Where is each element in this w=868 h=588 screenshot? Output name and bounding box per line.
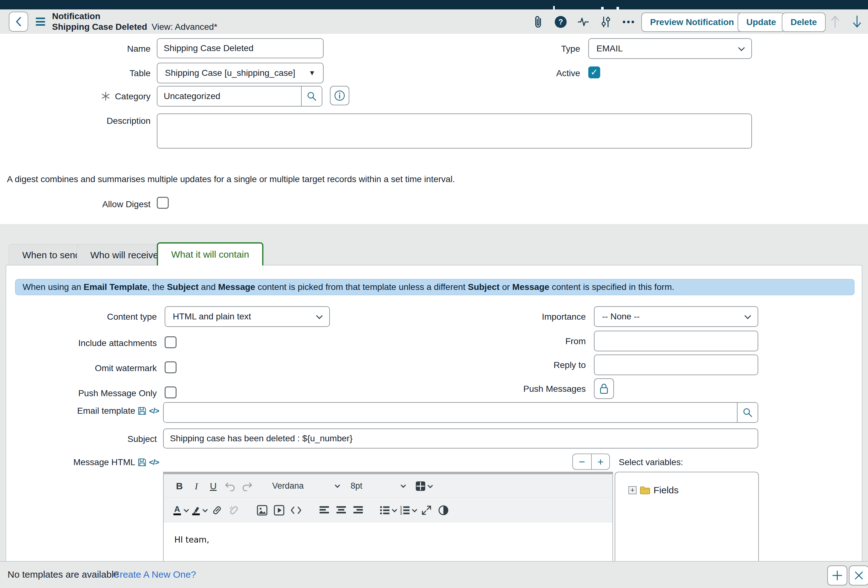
category-lookup-field bbox=[157, 86, 322, 106]
record-type-title: Notification bbox=[52, 11, 217, 22]
table-select[interactable]: Shipping Case [u_shipping_case] ▼ bbox=[157, 63, 323, 83]
push-messages-lock-button[interactable] bbox=[594, 378, 614, 399]
edit-code-icon[interactable]: </> bbox=[149, 407, 159, 415]
back-button[interactable] bbox=[9, 12, 28, 32]
no-templates-message: No templates are available bbox=[7, 569, 119, 580]
arrow-down-icon bbox=[852, 15, 862, 28]
importance-select[interactable]: -- None -- bbox=[594, 306, 758, 327]
browser-top-strip bbox=[0, 0, 868, 9]
numbered-list-button[interactable]: 123 bbox=[400, 501, 416, 519]
include-attachments-checkbox[interactable] bbox=[165, 336, 177, 348]
name-input[interactable] bbox=[157, 38, 323, 58]
next-record-button[interactable] bbox=[849, 13, 865, 30]
tab-what-it-will-contain[interactable]: What it will contain bbox=[157, 242, 263, 265]
close-toast-button[interactable] bbox=[849, 566, 868, 585]
text-color-icon: A bbox=[173, 505, 182, 516]
bold-button[interactable]: B bbox=[173, 477, 186, 495]
chevron-down-icon bbox=[744, 312, 751, 319]
plus-icon bbox=[832, 570, 843, 581]
help-icon: ? bbox=[554, 15, 567, 28]
link-icon bbox=[212, 505, 222, 516]
italic-button[interactable]: I bbox=[189, 477, 203, 495]
push-message-only-checkbox[interactable] bbox=[165, 386, 177, 398]
attachment-button[interactable] bbox=[530, 14, 546, 30]
email-template-input[interactable] bbox=[164, 403, 737, 422]
context-menu-icon[interactable] bbox=[35, 16, 46, 27]
push-messages-label: Push Messages bbox=[477, 384, 586, 394]
add-template-button[interactable] bbox=[827, 566, 847, 585]
bullet-list-button[interactable] bbox=[379, 501, 396, 519]
create-new-template-link[interactable]: Create A New One? bbox=[113, 569, 196, 580]
previous-record-button[interactable] bbox=[827, 13, 844, 30]
notification-main-form: Name Table Shipping Case [u_shipping_cas… bbox=[0, 34, 868, 224]
align-left-icon bbox=[319, 505, 329, 515]
align-right-button[interactable] bbox=[351, 501, 365, 519]
more-options-button[interactable] bbox=[620, 14, 636, 30]
allow-digest-checkbox[interactable] bbox=[157, 197, 169, 209]
font-family-select[interactable]: Verdana bbox=[270, 477, 342, 495]
personalize-form-button[interactable] bbox=[598, 14, 614, 30]
fields-node-label: Fields bbox=[654, 485, 679, 495]
description-textarea[interactable] bbox=[157, 113, 752, 149]
shrink-editor-button[interactable]: − bbox=[573, 454, 591, 469]
insert-image-button[interactable] bbox=[255, 501, 269, 519]
underline-button[interactable]: U bbox=[206, 477, 220, 495]
align-left-button[interactable] bbox=[317, 501, 331, 519]
fullscreen-button[interactable] bbox=[419, 501, 433, 519]
highlight-color-button[interactable] bbox=[191, 501, 207, 519]
insert-table-button[interactable] bbox=[415, 477, 432, 495]
editor-resize-stepper: − + bbox=[572, 454, 610, 470]
editor-toolbar-row-1: B I U Verdana 8pt bbox=[164, 474, 613, 498]
preview-notification-button[interactable]: Preview Notification bbox=[641, 13, 743, 32]
undo-button[interactable] bbox=[223, 477, 237, 495]
fields-tree-node[interactable]: + Fields bbox=[629, 485, 679, 495]
subject-input[interactable] bbox=[163, 429, 758, 448]
view-label: View: Advanced* bbox=[152, 22, 217, 32]
help-button[interactable]: ? bbox=[552, 14, 569, 30]
save-message-icon[interactable] bbox=[138, 458, 146, 467]
subject-label: Subject bbox=[53, 434, 157, 444]
content-type-label: Content type bbox=[53, 312, 157, 322]
from-input[interactable] bbox=[594, 331, 758, 351]
reply-to-input[interactable] bbox=[594, 355, 758, 375]
table-select-value: Shipping Case [u_shipping_case] bbox=[165, 68, 305, 78]
insert-media-button[interactable] bbox=[272, 501, 286, 519]
activity-stream-button[interactable] bbox=[575, 14, 591, 30]
redo-button[interactable] bbox=[240, 477, 254, 495]
align-right-icon bbox=[353, 505, 363, 515]
active-checkbox[interactable] bbox=[588, 66, 600, 78]
description-label: Description bbox=[47, 116, 151, 126]
category-input[interactable] bbox=[157, 87, 301, 106]
category-search-button[interactable] bbox=[301, 87, 322, 106]
email-template-search-button[interactable] bbox=[737, 403, 757, 422]
select-variables-label: Select variables: bbox=[619, 457, 683, 467]
chevron-down-icon bbox=[316, 312, 323, 319]
edit-message-code-icon[interactable]: </> bbox=[149, 458, 159, 467]
content-type-select[interactable]: HTML and plain text bbox=[165, 306, 330, 327]
category-info-button[interactable] bbox=[330, 86, 349, 105]
ellipsis-icon bbox=[622, 20, 635, 24]
contrast-button[interactable] bbox=[437, 501, 450, 519]
editor-toolbar-row-2: A bbox=[164, 498, 613, 522]
text-color-button[interactable]: A bbox=[173, 501, 188, 519]
numbered-list-icon: 123 bbox=[400, 505, 410, 515]
align-center-button[interactable] bbox=[334, 501, 348, 519]
expand-plus-icon[interactable]: + bbox=[629, 486, 636, 494]
importance-label: Importance bbox=[477, 312, 586, 322]
highlighter-icon bbox=[191, 505, 201, 516]
insert-link-button[interactable] bbox=[210, 501, 224, 519]
save-template-icon[interactable] bbox=[138, 407, 146, 415]
source-code-button[interactable] bbox=[289, 501, 303, 519]
delete-button[interactable]: Delete bbox=[782, 13, 826, 32]
top-strip-fragment bbox=[553, 6, 555, 9]
remove-link-button[interactable] bbox=[227, 501, 241, 519]
email-template-lookup-field bbox=[163, 402, 758, 423]
font-size-select[interactable]: 8pt bbox=[348, 477, 407, 495]
info-icon bbox=[334, 90, 345, 101]
svg-text:A: A bbox=[174, 505, 180, 514]
update-button[interactable]: Update bbox=[738, 13, 785, 32]
grow-editor-button[interactable]: + bbox=[591, 454, 609, 469]
from-label: From bbox=[477, 336, 586, 346]
omit-watermark-checkbox[interactable] bbox=[165, 361, 177, 373]
type-select[interactable]: EMAIL bbox=[588, 38, 752, 59]
